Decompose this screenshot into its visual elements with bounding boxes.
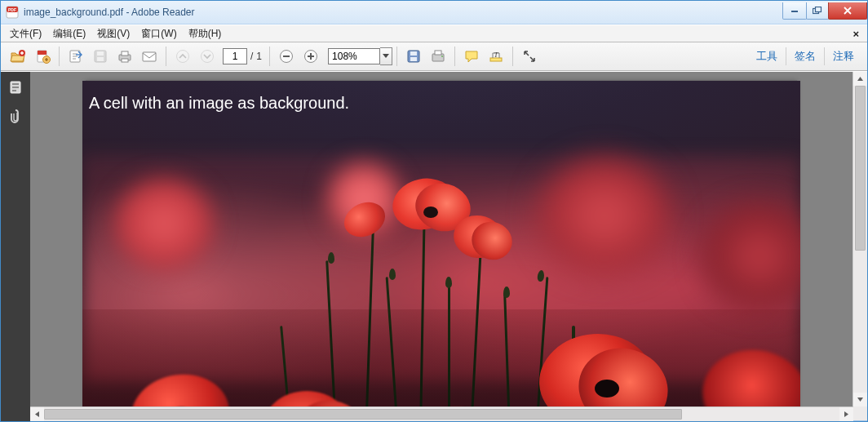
window-controls — [783, 2, 867, 19]
menu-window[interactable]: 窗口(W) — [135, 26, 182, 42]
pdf-page: A cell with an image as background. — [86, 80, 797, 406]
email-button[interactable] — [138, 45, 161, 68]
svg-point-18 — [177, 51, 189, 63]
svg-rect-12 — [97, 51, 104, 56]
menubar: 文件(F) 编辑(E) 视图(V) 窗口(W) 帮助(H) × — [1, 24, 867, 42]
page-down-button[interactable] — [196, 45, 219, 68]
svg-point-19 — [202, 51, 214, 63]
svg-rect-36 — [12, 90, 16, 91]
hscroll-thumb[interactable] — [44, 409, 682, 420]
vscroll-track[interactable] — [853, 86, 867, 393]
svg-rect-26 — [410, 51, 417, 56]
menu-help[interactable]: 帮助(H) — [183, 26, 228, 42]
svg-rect-3 — [791, 11, 798, 12]
toolbar: 1 / 1 108% T 工具 签名 注释 — [1, 42, 867, 71]
svg-point-30 — [441, 56, 443, 57]
svg-rect-8 — [38, 51, 46, 55]
zoom-input[interactable]: 108% — [328, 48, 380, 64]
zoom-out-button[interactable] — [275, 45, 298, 68]
menu-view[interactable]: 视图(V) — [91, 26, 135, 42]
page-up-button[interactable] — [171, 45, 194, 68]
zoom-dropdown-button[interactable] — [380, 47, 392, 65]
background-image: A cell with an image as background. — [82, 81, 800, 406]
menu-file[interactable]: 文件(F) — [4, 26, 47, 42]
read-mode-button[interactable] — [518, 45, 541, 68]
highlight-button[interactable]: T — [485, 45, 507, 68]
scan-button[interactable] — [427, 45, 450, 68]
zoom-in-button[interactable] — [299, 45, 322, 68]
comment-bubble-button[interactable] — [460, 45, 483, 68]
titlebar: PDF image_background.pdf - Adobe Reader — [1, 1, 867, 24]
nav-sidebar — [1, 72, 30, 421]
svg-rect-13 — [97, 57, 104, 61]
open-button[interactable] — [7, 45, 29, 68]
vertical-scrollbar[interactable] — [852, 72, 867, 406]
scroll-up-arrow-icon[interactable] — [853, 72, 867, 86]
svg-rect-29 — [435, 51, 441, 55]
export-button[interactable] — [64, 45, 87, 68]
document-viewport[interactable]: A cell with an image as background. — [30, 72, 852, 406]
vscroll-thumb[interactable] — [855, 86, 866, 251]
create-pdf-button[interactable] — [31, 45, 54, 68]
save-button[interactable] — [89, 45, 112, 68]
scroll-down-arrow-icon[interactable] — [853, 393, 867, 406]
minimize-button[interactable] — [782, 2, 807, 20]
svg-text:T: T — [494, 51, 498, 59]
menu-close-doc-icon[interactable]: × — [848, 28, 864, 40]
app-window: PDF image_background.pdf - Adobe Reader … — [0, 0, 868, 422]
svg-rect-17 — [143, 52, 156, 61]
page-separator: / — [247, 51, 256, 62]
window-title: image_background.pdf - Adobe Reader — [24, 7, 194, 18]
tools-panel-link[interactable]: 工具 — [748, 46, 786, 67]
print-button[interactable] — [113, 45, 136, 68]
svg-rect-16 — [122, 59, 128, 62]
svg-rect-15 — [122, 51, 128, 56]
image-caption: A cell with an image as background. — [89, 94, 349, 113]
body-area: A cell with an image as background. — [1, 71, 867, 421]
close-button[interactable] — [828, 2, 867, 20]
page-total: 1 — [256, 51, 265, 62]
svg-rect-35 — [12, 87, 19, 88]
scroll-right-arrow-icon[interactable] — [839, 407, 853, 421]
attachments-tab[interactable] — [5, 106, 26, 127]
svg-text:PDF: PDF — [8, 7, 16, 12]
scroll-corner — [853, 406, 867, 420]
svg-rect-21 — [283, 56, 290, 57]
svg-rect-5 — [816, 7, 822, 12]
scroll-left-arrow-icon[interactable] — [30, 407, 44, 421]
sign-panel-link[interactable]: 签名 — [786, 46, 824, 67]
hscroll-track[interactable] — [44, 407, 839, 421]
comment-panel-link[interactable]: 注释 — [825, 46, 862, 67]
horizontal-scrollbar[interactable] — [30, 406, 853, 421]
menu-edit[interactable]: 编辑(E) — [47, 26, 91, 42]
svg-rect-27 — [410, 57, 417, 61]
page-number-input[interactable]: 1 — [223, 48, 247, 64]
svg-rect-24 — [310, 53, 312, 60]
maximize-button[interactable] — [806, 2, 829, 20]
zoom-value: 108% — [332, 51, 357, 62]
save-copy-button[interactable] — [402, 45, 425, 68]
pdf-app-icon: PDF — [6, 6, 19, 19]
svg-rect-34 — [12, 83, 19, 85]
thumbnails-tab[interactable] — [5, 77, 26, 98]
